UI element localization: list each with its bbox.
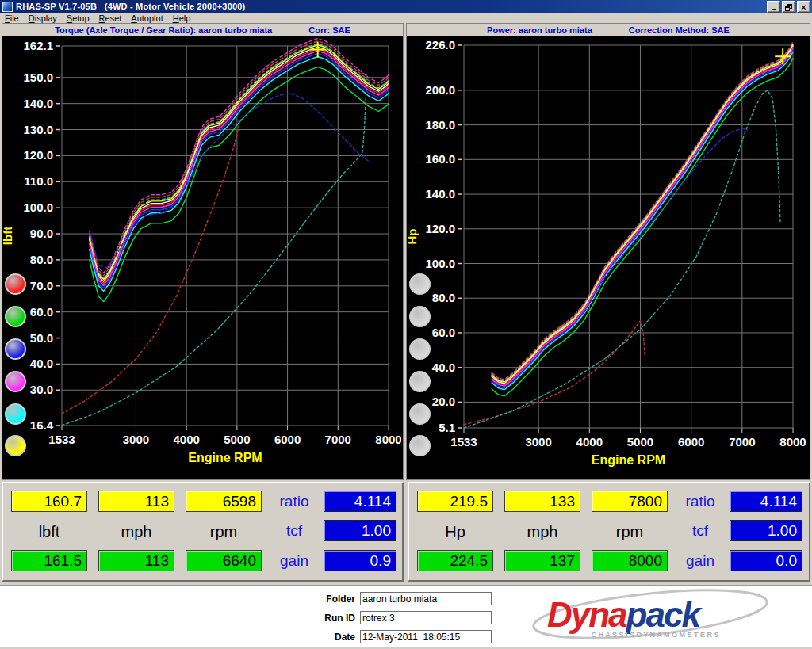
torque-chart-header: Torque (Axle Torque / Gear Ratio): aaron… (2, 24, 403, 36)
menu-help[interactable]: Help (168, 13, 196, 23)
svg-text:30.0: 30.0 (30, 383, 53, 396)
tcf-value: 1.00 (730, 520, 802, 541)
restore-button[interactable] (782, 1, 795, 13)
channel-button-2[interactable] (409, 306, 431, 327)
ratio-label: ratio (677, 491, 723, 512)
tcf-label: tcf (271, 520, 317, 541)
channel-button-4[interactable] (5, 371, 26, 392)
menu-setup[interactable]: Setup (62, 13, 94, 23)
svg-text:226.0: 226.0 (425, 38, 455, 52)
minimize-icon (772, 9, 776, 10)
power-chart-panel: Power: aaron turbo miata Correction Meth… (406, 23, 810, 480)
tcf-label: tcf (677, 520, 723, 541)
svg-text:150.0: 150.0 (23, 71, 53, 84)
svg-text:7000: 7000 (325, 433, 351, 446)
svg-text:4000: 4000 (576, 435, 603, 449)
svg-text:120.0: 120.0 (425, 222, 455, 235)
run-id-label: Run ID (254, 613, 355, 624)
svg-text:1533: 1533 (48, 433, 75, 446)
torque-peak-rpm: 6598 (186, 491, 262, 512)
svg-text:50.0: 50.0 (30, 331, 53, 345)
window-title: RHAS-SP V1.7-05B (4WD - Motor Vehicle 20… (16, 2, 246, 11)
svg-text:80.0: 80.0 (30, 253, 53, 266)
svg-text:1533: 1533 (450, 435, 477, 449)
torque-plot-svg[interactable]: 1533300040005000600070008000162.1150.014… (2, 36, 401, 479)
menu-autoplot[interactable]: Autoplot (126, 13, 167, 23)
power-plot-area[interactable]: 1533300040005000600070008000226.0200.018… (407, 36, 810, 479)
torque-current-value: 161.5 (11, 550, 87, 571)
svg-text:160.0: 160.0 (425, 152, 455, 166)
channel-button-4[interactable] (409, 371, 431, 392)
torque-current-mph: 113 (98, 550, 174, 571)
date-input[interactable] (360, 630, 492, 643)
power-correction-label: Correction Method: SAE (629, 25, 730, 35)
power-current-mph: 137 (504, 550, 580, 571)
menu-file[interactable]: File (0, 13, 24, 23)
torque-plot-area[interactable]: 1533300040005000600070008000162.1150.014… (2, 36, 403, 479)
svg-text:lbft: lbft (2, 227, 14, 245)
logo-text-dyna: Dyna (547, 595, 627, 634)
svg-text:Engine RPM: Engine RPM (592, 453, 665, 467)
close-button[interactable]: × (797, 1, 810, 13)
channel-button-3[interactable] (409, 338, 431, 360)
rpm-unit-label: rpm (592, 521, 668, 542)
svg-text:60.0: 60.0 (30, 305, 53, 319)
folder-input[interactable] (360, 592, 492, 605)
mph-unit-label: mph (504, 521, 580, 542)
svg-text:110.0: 110.0 (24, 174, 53, 188)
power-chart-title: Power: aaron turbo miata (487, 25, 592, 35)
svg-text:120.0: 120.0 (23, 148, 53, 162)
svg-text:40.0: 40.0 (432, 361, 455, 374)
svg-text:80.0: 80.0 (432, 291, 455, 304)
torque-value-panel: 160.7 113 6598 lbft mph rpm 161.5 113 66… (2, 482, 404, 582)
svg-text:200.0: 200.0 (425, 83, 455, 97)
channel-button-1[interactable] (5, 273, 26, 295)
torque-correction-label: Corr: SAE (308, 25, 350, 35)
svg-text:162.1: 162.1 (23, 39, 53, 52)
power-peak-mph: 133 (504, 491, 580, 512)
torque-chart-panel: Torque (Axle Torque / Gear Ratio): aaron… (2, 23, 404, 480)
svg-text:40.0: 40.0 (30, 357, 53, 370)
restore-icon (785, 4, 792, 11)
mph-unit-label: mph (98, 521, 174, 542)
svg-text:100.0: 100.0 (425, 257, 455, 270)
svg-text:8000: 8000 (779, 435, 806, 449)
minimize-button[interactable] (767, 1, 780, 13)
run-id-input[interactable] (360, 611, 492, 624)
channel-button-6[interactable] (5, 435, 26, 456)
ratio-label: ratio (271, 491, 317, 512)
power-peak-value: 219.5 (417, 491, 493, 512)
svg-text:140.0: 140.0 (23, 97, 53, 110)
svg-text:60.0: 60.0 (432, 326, 455, 339)
folder-label: Folder (254, 594, 355, 605)
channel-button-5[interactable] (409, 403, 431, 425)
footer: Folder Run ID Date Dynapack C H A S S I … (0, 585, 812, 647)
power-plot-svg[interactable]: 1533300040005000600070008000226.0200.018… (407, 36, 808, 479)
dynapack-logo: Dynapack C H A S S I S D Y N A M O M E T… (530, 587, 776, 646)
svg-text:90.0: 90.0 (30, 227, 53, 240)
torque-peak-value: 160.7 (11, 491, 87, 512)
torque-chart-title: Torque (Axle Torque / Gear Ratio): aaron… (55, 25, 272, 35)
svg-text:Hp: Hp (407, 229, 419, 245)
svg-text:Dynapack: Dynapack (547, 595, 703, 634)
rpm-unit-label: rpm (186, 521, 262, 542)
dyno-app-window: RHAS-SP V1.7-05B (4WD - Motor Vehicle 20… (0, 0, 812, 649)
gain-label: gain (677, 550, 723, 571)
title-bar: RHAS-SP V1.7-05B (4WD - Motor Vehicle 20… (0, 0, 812, 13)
svg-text:5000: 5000 (627, 435, 653, 449)
svg-text:3000: 3000 (525, 435, 551, 449)
date-label: Date (254, 632, 355, 643)
channel-button-6[interactable] (409, 435, 431, 456)
channel-button-1[interactable] (409, 273, 431, 295)
menu-display[interactable]: Display (24, 13, 62, 23)
power-peak-rpm: 7800 (592, 491, 668, 512)
logo-subtitle: C H A S S I S D Y N A M O M E T E R S (592, 631, 719, 639)
channel-button-5[interactable] (5, 403, 26, 425)
svg-text:Engine RPM: Engine RPM (188, 451, 262, 464)
svg-text:4000: 4000 (173, 433, 199, 446)
channel-button-3[interactable] (5, 338, 26, 360)
svg-text:5.1: 5.1 (439, 421, 455, 434)
menu-reset[interactable]: Reset (94, 13, 127, 23)
channel-button-2[interactable] (5, 306, 26, 327)
logo-text-pack: pack (626, 595, 703, 634)
